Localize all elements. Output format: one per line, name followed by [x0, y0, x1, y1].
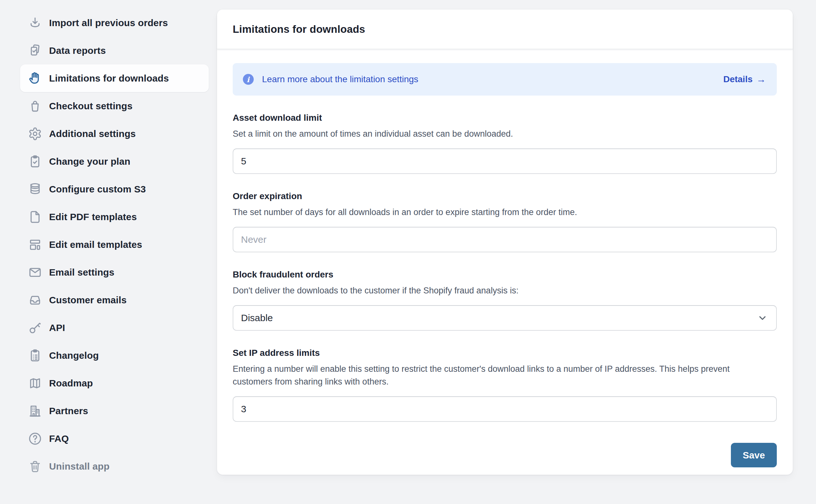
- file-icon: [28, 210, 42, 224]
- inbox-icon: [28, 293, 42, 307]
- ip-address-limits-input[interactable]: [233, 396, 777, 422]
- sidebar-item-label: Edit email templates: [49, 239, 142, 250]
- sidebar-item-data-reports[interactable]: Data reports: [20, 37, 209, 64]
- info-icon: i: [243, 74, 254, 85]
- map-icon: [28, 376, 42, 390]
- block-fraudulent-orders-section: Block fraudulent orders Don't deliver th…: [233, 270, 777, 331]
- sidebar-item-label: Partners: [49, 406, 88, 416]
- report-pages-icon: [28, 44, 42, 58]
- sidebar-item-label: Import all previous orders: [49, 18, 168, 28]
- question-circle-icon: [28, 432, 42, 446]
- sidebar-item-partners[interactable]: Partners: [20, 397, 209, 425]
- block-fraudulent-orders-description: Don't deliver the downloads to the custo…: [233, 284, 755, 297]
- actions-row: Save: [233, 443, 777, 467]
- clipboard-check-icon: [28, 155, 42, 169]
- fraud-analysis-selected-value: Disable: [241, 313, 273, 323]
- sidebar-item-import-orders[interactable]: Import all previous orders: [20, 9, 209, 37]
- info-banner: i Learn more about the limitation settin…: [233, 63, 777, 96]
- envelope-icon: [28, 265, 42, 279]
- chevron-down-icon: [758, 313, 767, 323]
- arrow-right-icon: →: [756, 74, 766, 85]
- sidebar-item-label: Data reports: [49, 45, 106, 56]
- shopping-bag-icon: [28, 99, 42, 113]
- card-body: i Learn more about the limitation settin…: [217, 63, 793, 479]
- settings-card: Limitations for downloads i Learn more a…: [217, 10, 793, 475]
- download-icon: [28, 16, 42, 30]
- order-expiration-input[interactable]: [233, 227, 777, 252]
- card-header: Limitations for downloads: [217, 10, 793, 49]
- sidebar-item-label: Edit PDF templates: [49, 212, 137, 222]
- banner-message: Learn more about the limitation settings: [262, 74, 418, 84]
- sidebar-item-uninstall-app[interactable]: Uninstall app: [20, 452, 209, 480]
- sidebar-item-label: Change your plan: [49, 156, 130, 167]
- asset-download-limit-section: Asset download limit Set a limit on the …: [233, 113, 777, 174]
- banner-details-label: Details: [723, 74, 753, 84]
- sidebar-item-label: Customer emails: [49, 295, 126, 306]
- order-expiration-section: Order expiration The set number of days …: [233, 191, 777, 252]
- database-icon: [28, 182, 42, 196]
- sidebar-item-configure-custom-s3[interactable]: Configure custom S3: [20, 175, 209, 203]
- trash-icon: [28, 459, 42, 473]
- sidebar-item-label: FAQ: [49, 433, 69, 444]
- gear-icon: [28, 127, 42, 141]
- sidebar-item-faq[interactable]: FAQ: [20, 425, 209, 452]
- layout-icon: [28, 238, 42, 252]
- sidebar-item-edit-email-templates[interactable]: Edit email templates: [20, 231, 209, 258]
- ip-address-limits-description: Entering a number will enable this setti…: [233, 363, 755, 388]
- sidebar-item-checkout-settings[interactable]: Checkout settings: [20, 92, 209, 120]
- order-expiration-description: The set number of days for all downloads…: [233, 206, 755, 219]
- clipboard-list-icon: [28, 349, 42, 363]
- ip-address-limits-section: Set IP address limits Entering a number …: [233, 348, 777, 422]
- save-button[interactable]: Save: [731, 443, 777, 467]
- sidebar-item-label: Additional settings: [49, 128, 136, 139]
- sidebar-item-change-your-plan[interactable]: Change your plan: [20, 148, 209, 175]
- hand-stop-icon: [28, 71, 42, 85]
- sidebar-item-limitations-for-downloads[interactable]: Limitations for downloads: [20, 64, 209, 92]
- sidebar-item-changelog[interactable]: Changelog: [20, 342, 209, 369]
- fraud-analysis-select[interactable]: Disable: [233, 305, 777, 331]
- sidebar-item-api[interactable]: API: [20, 314, 209, 342]
- page-title: Limitations for downloads: [233, 23, 365, 35]
- settings-sidebar: Import all previous orders Data reports …: [0, 0, 210, 504]
- sidebar-item-label: Uninstall app: [49, 461, 110, 472]
- sidebar-item-label: Limitations for downloads: [49, 73, 169, 84]
- sidebar-item-email-settings[interactable]: Email settings: [20, 258, 209, 286]
- ip-address-limits-label: Set IP address limits: [233, 348, 777, 358]
- sidebar-item-label: Roadmap: [49, 378, 93, 389]
- sidebar-item-edit-pdf-templates[interactable]: Edit PDF templates: [20, 203, 209, 231]
- building-icon: [28, 404, 42, 418]
- order-expiration-label: Order expiration: [233, 191, 777, 201]
- banner-details-link[interactable]: Details →: [723, 74, 766, 85]
- block-fraudulent-orders-label: Block fraudulent orders: [233, 270, 777, 280]
- asset-download-limit-label: Asset download limit: [233, 113, 777, 123]
- sidebar-item-label: Configure custom S3: [49, 184, 146, 195]
- sidebar-item-label: Email settings: [49, 267, 114, 278]
- key-icon: [28, 321, 42, 335]
- sidebar-item-additional-settings[interactable]: Additional settings: [20, 120, 209, 148]
- sidebar-item-label: API: [49, 322, 65, 333]
- sidebar-item-customer-emails[interactable]: Customer emails: [20, 286, 209, 314]
- asset-download-limit-input[interactable]: [233, 148, 777, 174]
- sidebar-item-label: Checkout settings: [49, 101, 133, 112]
- asset-download-limit-description: Set a limit on the amount of times an in…: [233, 127, 755, 140]
- sidebar-item-label: Changelog: [49, 350, 99, 361]
- sidebar-item-roadmap[interactable]: Roadmap: [20, 369, 209, 397]
